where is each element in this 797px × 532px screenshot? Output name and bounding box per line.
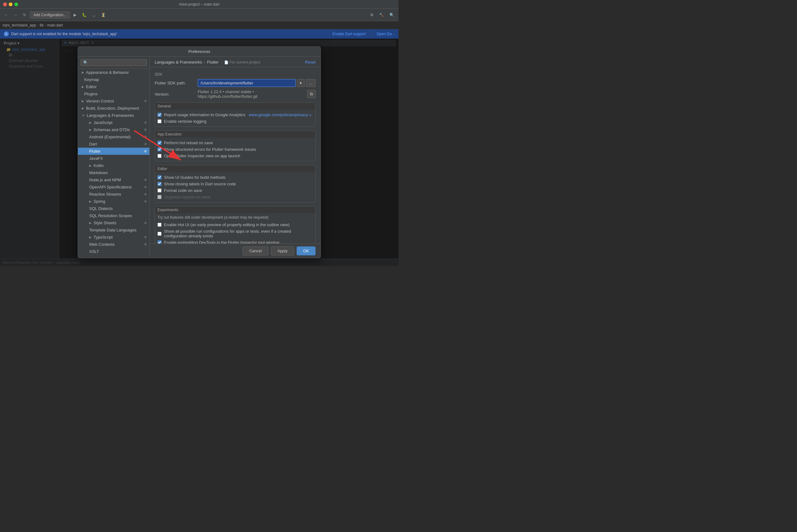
sidebar-item-sql-resolution[interactable]: SQL Resolution Scopes [78, 212, 149, 219]
sidebar-item-plugins[interactable]: Plugins [78, 90, 149, 97]
sidebar-item-xslt[interactable]: XSLT [78, 248, 149, 255]
android-badge-icon: ⚙ [144, 135, 147, 139]
organize-imports-checkbox[interactable] [158, 195, 162, 199]
hammer-button[interactable]: 🔨 [377, 12, 386, 18]
ui-guides-label: Show UI Guides for build methods [164, 175, 313, 180]
sidebar-label-javafx: JavaFX [89, 156, 103, 161]
ok-button[interactable]: OK [296, 246, 315, 255]
hot-ui-row: Enable Hot UI (an early preview of prope… [158, 222, 313, 228]
dart-notice-message: Dart support is not enabled for the modu… [11, 32, 117, 36]
breadcrumb-lib[interactable]: lib [40, 23, 43, 27]
app-execution-section: App Execution Perform hot reload on save… [155, 131, 315, 162]
sidebar-item-version-control[interactable]: ▶ Version Control ⚙ [78, 97, 149, 104]
verbose-logging-checkbox[interactable] [158, 119, 162, 124]
sidebar-item-openapi[interactable]: OpenAPI Specifications ⚙ [78, 184, 149, 191]
sidebar-item-sql-dialects[interactable]: SQL Dialects [78, 205, 149, 212]
sidebar-item-web-contexts[interactable]: Web Contexts ⚙ [78, 241, 149, 248]
privacy-link[interactable]: www.google.com/policies/privacy » [249, 112, 311, 117]
structured-errors-checkbox[interactable] [158, 147, 162, 151]
sidebar-item-flutter[interactable]: Flutter ⚙ [78, 148, 149, 155]
sidebar-item-android[interactable]: Android (Experimental) ⚙ [78, 133, 149, 140]
general-section: General Report usage information to Goog… [155, 102, 315, 127]
experiments-title: Experiments [155, 207, 315, 213]
prefs-current: Flutter [207, 60, 219, 64]
sidebar-label-plugins: Plugins [84, 92, 97, 96]
sidebar-item-template-data[interactable]: Template Data Languages [78, 226, 149, 234]
sdk-browse-button[interactable]: … [306, 79, 315, 87]
breadcrumb-file[interactable]: main.dart [47, 23, 63, 27]
version-copy-button[interactable]: ⧉ [307, 90, 315, 98]
sidebar-item-schemas-dtds[interactable]: ▶ Schemas and DTDs ⚙ [78, 126, 149, 133]
sidebar-item-keymap[interactable]: Keymap [78, 76, 149, 83]
sidebar-label-sql-dialects: SQL Dialects [89, 206, 112, 211]
flutter-badge-icon: ⚙ [144, 150, 147, 153]
run-button[interactable]: ▶ [72, 12, 78, 18]
revert-button[interactable]: ↻ [21, 12, 28, 18]
spring-badge-icon: ⚙ [144, 200, 147, 203]
forward-button[interactable]: → [12, 12, 19, 18]
search-button[interactable]: 🔍 [387, 12, 396, 18]
settings-button[interactable]: ⚙ [368, 12, 376, 18]
structured-errors-label: Show structured errors for Flutter frame… [164, 147, 313, 152]
sidebar-item-reactive-streams[interactable]: Reactive Streams ⚙ [78, 191, 149, 198]
minimize-button[interactable] [9, 2, 13, 6]
format-save-row: Format code on save [158, 187, 313, 194]
toolbar: ← → ↻ Add Configuration... ▶ 🐛 ◡ ⏳ ⚙ 🔨 🔍 [0, 9, 399, 21]
reset-button[interactable]: Reset [305, 60, 315, 64]
sidebar-item-nodejs[interactable]: Node.js and NPM ⚙ [78, 176, 149, 184]
run-configs-row: Show all possible run configurations for… [158, 228, 313, 239]
breadcrumb-project[interactable]: orjrs_techstack_app [2, 23, 36, 27]
sidebar-label-android: Android (Experimental) [89, 135, 131, 139]
sidebar-item-spring[interactable]: ▶ Spring ⚙ [78, 198, 149, 205]
sidebar-item-build[interactable]: ▶ Build, Execution, Deployment [78, 104, 149, 112]
enable-dart-support-link[interactable]: Enable Dart support [332, 32, 366, 36]
coverage-button[interactable]: ◡ [90, 12, 97, 18]
version-label: Version: [155, 92, 195, 97]
format-save-checkbox[interactable] [158, 188, 162, 192]
experiments-description: Try out features still under development… [158, 215, 313, 220]
ui-guides-row: Show UI Guides for build methods [158, 174, 313, 180]
ui-guides-checkbox[interactable] [158, 175, 162, 179]
sidebar-item-style-sheets[interactable]: ▶ Style Sheets ⚙ [78, 219, 149, 226]
inspector-launch-checkbox[interactable] [158, 154, 162, 158]
sidebar-item-editor[interactable]: ▶ Editor [78, 83, 149, 90]
sidebar-label-flutter: Flutter [89, 149, 101, 154]
sidebar-label-kotlin: Kotlin [93, 163, 104, 168]
version-control-badge-icon: ⚙ [144, 99, 147, 103]
open-dart-link[interactable]: Open Da... [377, 32, 395, 36]
sidebar-label-spring: Spring [93, 199, 105, 204]
sidebar-search-area [78, 57, 149, 69]
js-badge-icon: ⚙ [144, 121, 147, 124]
schemas-badge-icon: ⚙ [144, 128, 147, 131]
sidebar-item-typescript[interactable]: ▶ TypeScript ⚙ [78, 234, 149, 241]
openapi-badge-icon: ⚙ [144, 185, 147, 189]
sidebar-item-javafx[interactable]: JavaFX [78, 155, 149, 162]
devtools-checkbox[interactable] [158, 241, 162, 244]
cancel-button[interactable]: Cancel [242, 246, 268, 255]
sidebar-search-input[interactable] [80, 59, 147, 66]
closing-labels-checkbox[interactable] [158, 182, 162, 186]
run-configs-checkbox[interactable] [158, 232, 162, 236]
profile-button[interactable]: ⏳ [99, 12, 108, 18]
sidebar-item-markdown[interactable]: Markdown [78, 169, 149, 176]
editor-title: Editor [155, 165, 315, 172]
sidebar-label-web-contexts: Web Contexts [89, 242, 114, 247]
prefs-header: Languages & Frameworks › Flutter 📄 For c… [150, 57, 321, 67]
sidebar-item-kotlin[interactable]: ▶ Kotlin [78, 162, 149, 169]
sdk-dropdown-button[interactable]: ▾ [297, 79, 305, 87]
hot-reload-checkbox[interactable] [158, 141, 162, 145]
sidebar-item-javascript[interactable]: ▶ JavaScript ⚙ [78, 119, 149, 126]
sidebar-item-appearance[interactable]: ▶ Appearance & Behavior [78, 69, 149, 76]
apply-button[interactable]: Apply [271, 246, 294, 255]
debug-button[interactable]: 🐛 [80, 12, 89, 18]
experiments-section: Experiments Try out features still under… [155, 206, 315, 244]
back-button[interactable]: ← [2, 12, 10, 18]
hot-ui-checkbox[interactable] [158, 223, 162, 227]
close-button[interactable] [3, 2, 7, 6]
sidebar-item-dart[interactable]: Dart ⚙ [78, 140, 149, 148]
sidebar-item-languages-frameworks[interactable]: ▼ Languages & Frameworks [78, 112, 149, 119]
maximize-button[interactable] [14, 2, 18, 6]
sdk-path-input[interactable] [198, 79, 295, 87]
add-configuration-button[interactable]: Add Configuration... [30, 12, 70, 18]
report-usage-checkbox[interactable] [158, 113, 162, 117]
